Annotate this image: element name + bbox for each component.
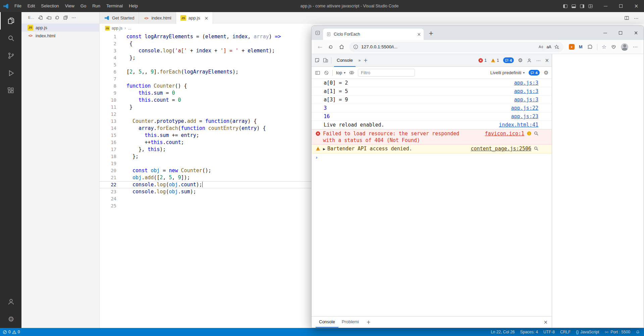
profile-avatar[interactable] — [621, 43, 628, 51]
breadcrumb-file[interactable]: app.js — [112, 26, 122, 31]
expand-arrow-icon[interactable]: ▶ — [323, 146, 325, 152]
devtools-close-icon[interactable]: × — [545, 57, 549, 63]
back-icon[interactable]: ← — [315, 42, 325, 52]
extension-m-icon[interactable]: M — [579, 44, 583, 49]
device-toolbar-icon[interactable] — [323, 57, 328, 63]
issue-info-icon[interactable] — [527, 131, 531, 136]
editor-more-actions-icon[interactable]: ⋯ — [634, 15, 639, 21]
favorites-icon[interactable]: ☆ — [602, 44, 606, 50]
menu-edit[interactable]: Edit — [24, 0, 38, 12]
editor-tab-get-started[interactable]: Get Started — [100, 12, 139, 24]
console-row[interactable]: ▶Bartender API access denied.content_pag… — [312, 145, 552, 153]
browser-minimize-button[interactable] — [597, 26, 613, 40]
menu-terminal[interactable]: Terminal — [103, 0, 126, 12]
new-folder-icon[interactable] — [46, 15, 51, 20]
drawer-close-icon[interactable]: × — [543, 319, 548, 325]
home-icon[interactable] — [336, 42, 346, 52]
extensions-puzzle-icon[interactable] — [587, 44, 593, 50]
cursor-position[interactable]: Ln 22, Col 26 — [491, 330, 515, 334]
close-tab-icon[interactable]: × — [204, 15, 208, 21]
extension-orange-icon[interactable]: ● — [569, 44, 575, 50]
drawer-add-tab-icon[interactable]: + — [364, 319, 373, 325]
run-debug-icon[interactable] — [0, 64, 21, 82]
clear-console-icon[interactable] — [324, 70, 329, 76]
toggle-panel-icon[interactable] — [571, 4, 576, 9]
console-row[interactable]: Live reload enabled.index.html:41 — [312, 121, 552, 129]
more-panels-icon[interactable]: » — [358, 58, 361, 63]
live-server-port[interactable]: Port : 5500 — [604, 330, 630, 334]
source-control-icon[interactable] — [0, 47, 21, 64]
address-bar[interactable]: 127.0.0.1:5500/i... aA — [349, 42, 564, 52]
extensions-icon[interactable] — [0, 82, 21, 99]
menu-file[interactable]: File — [11, 0, 24, 12]
search-icon[interactable] — [0, 30, 21, 47]
execution-context-selector[interactable]: top ▾ — [336, 70, 345, 75]
console-row[interactable]: › — [312, 153, 552, 162]
console-settings-gear-icon[interactable]: ⚙ — [544, 69, 548, 76]
refresh-icon[interactable] — [326, 42, 336, 52]
new-tab-button[interactable]: + — [426, 28, 436, 38]
vscode-logo-icon[interactable] — [0, 3, 11, 9]
tab-title[interactable]: Ciclo ForEach — [334, 32, 414, 37]
editor-tab-index-html[interactable]: <>index.html — [139, 12, 176, 24]
account-icon[interactable] — [0, 293, 21, 310]
console-filter-input[interactable] — [358, 69, 415, 77]
file-app-js[interactable]: JSapp.js — [21, 23, 99, 32]
log-levels-selector[interactable]: Livelli predefiniti ▾ — [490, 70, 525, 75]
encoding[interactable]: UTF-8 — [543, 330, 555, 334]
settings-gear-icon[interactable]: ⚙ — [0, 310, 21, 328]
new-file-icon[interactable] — [38, 15, 43, 20]
maximize-button[interactable] — [613, 0, 629, 12]
console-source-link[interactable]: app.js:23 — [511, 113, 538, 120]
inspect-element-icon[interactable] — [314, 57, 320, 63]
console-row[interactable]: 16app.js:23 — [312, 112, 552, 121]
toggle-secondary-sidebar-icon[interactable] — [580, 4, 585, 9]
devtools-tab-console[interactable]: Console — [334, 54, 356, 67]
search-similar-icon[interactable] — [534, 131, 538, 136]
add-favorite-icon[interactable] — [554, 44, 559, 50]
menu-selection[interactable]: Selection — [38, 0, 62, 12]
browser-page-content[interactable] — [552, 54, 644, 328]
customize-layout-icon[interactable] — [588, 4, 593, 9]
console-source-link[interactable]: favicon.ico:1 — [485, 130, 524, 137]
browser-essentials-icon[interactable] — [611, 44, 616, 50]
console-row[interactable]: a[1] = 5app.js:3 — [312, 87, 552, 96]
drawer-tab-problemi[interactable]: Problemi — [338, 317, 362, 328]
refresh-icon[interactable] — [55, 15, 60, 20]
console-source-link[interactable]: content_page.js:2506 — [471, 145, 531, 152]
console-row[interactable]: a[3] = 9app.js:3 — [312, 96, 552, 104]
messages-badge[interactable]: 4 — [503, 57, 514, 63]
console-sidebar-icon[interactable] — [315, 70, 320, 76]
console-source-link[interactable]: app.js:3 — [514, 96, 538, 103]
minimize-button[interactable] — [598, 0, 613, 12]
devtools-settings-gear-icon[interactable]: ⚙ — [518, 57, 523, 63]
browser-tab[interactable]: Ciclo ForEach × — [323, 29, 424, 40]
url-text[interactable]: 127.0.0.1:5500/i... — [361, 44, 535, 49]
search-similar-icon[interactable] — [534, 146, 538, 151]
console-row[interactable]: Failed to load resource: the server resp… — [312, 129, 552, 145]
menu-help[interactable]: Help — [126, 0, 141, 12]
tab-actions-menu-icon[interactable] — [315, 30, 320, 36]
close-tab-icon[interactable]: × — [417, 32, 421, 37]
console-source-link[interactable]: app.js:3 — [514, 80, 538, 86]
menu-go[interactable]: Go — [77, 0, 89, 12]
messages-count-chip[interactable]: 4 — [529, 70, 539, 76]
issues-badge[interactable]: 1 — [491, 58, 499, 63]
editor-tab-app-js[interactable]: JSapp.js× — [176, 12, 213, 24]
indentation[interactable]: Spaces: 4 — [520, 330, 538, 334]
translate-icon[interactable]: aA — [546, 45, 551, 49]
collapse-all-icon[interactable] — [63, 15, 68, 20]
devtools-more-icon[interactable]: ⋯ — [536, 58, 541, 63]
breadcrumb-ellipsis[interactable]: ... — [128, 26, 131, 31]
console-row[interactable]: a[0] = 2app.js:3 — [312, 79, 552, 87]
console-messages[interactable]: a[0] = 2app.js:3a[1] = 5app.js:3a[3] = 9… — [312, 79, 552, 316]
problems-status[interactable]: 0 0 — [3, 330, 20, 334]
language-mode[interactable]: {} JavaScript — [576, 330, 599, 334]
menu-run[interactable]: Run — [89, 0, 103, 12]
errors-badge[interactable]: 1 — [478, 58, 487, 63]
close-button[interactable]: × — [629, 0, 644, 12]
file-index-html[interactable]: <>index.html — [21, 32, 99, 40]
console-source-link[interactable]: index.html:41 — [499, 122, 538, 128]
drawer-tab-console[interactable]: Console — [316, 317, 338, 328]
browser-maximize-button[interactable] — [613, 26, 628, 40]
